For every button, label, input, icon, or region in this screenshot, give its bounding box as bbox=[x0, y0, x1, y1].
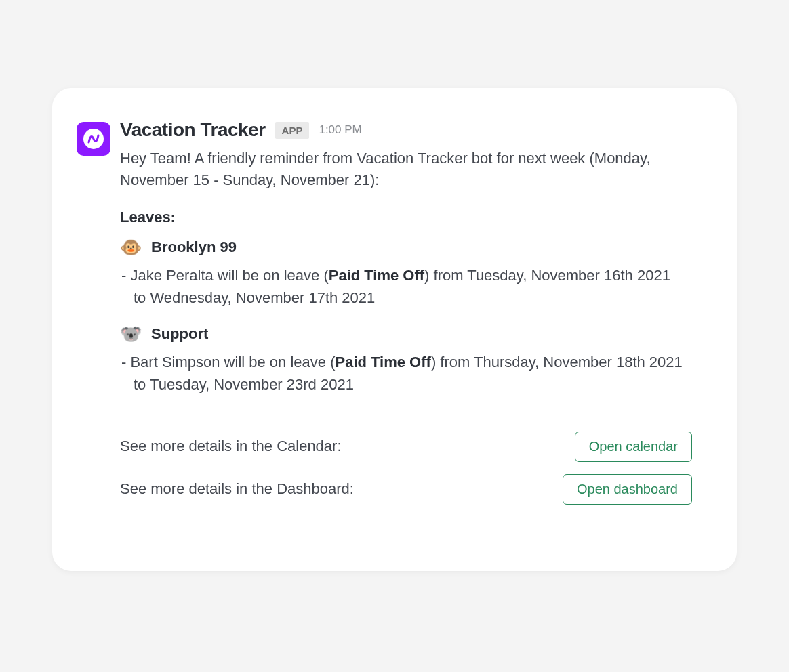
leave-tail: to Wednesday, November 17th 2021 bbox=[121, 287, 692, 309]
app-avatar bbox=[77, 122, 110, 156]
group-header: 🐨 Support bbox=[120, 325, 692, 343]
app-name: Vacation Tracker bbox=[120, 119, 266, 141]
action-row-calendar: See more details in the Calendar: Open c… bbox=[120, 432, 692, 462]
dashboard-label: See more details in the Dashboard: bbox=[120, 480, 354, 498]
intro-message: Hey Team! A friendly reminder from Vacat… bbox=[120, 148, 692, 191]
open-calendar-button[interactable]: Open calendar bbox=[575, 432, 692, 462]
leave-group: 🐵 Brooklyn 99 - Jake Peralta will be on … bbox=[120, 238, 692, 309]
divider bbox=[120, 415, 692, 415]
vacation-tracker-icon bbox=[82, 127, 105, 150]
calendar-label: See more details in the Calendar: bbox=[120, 438, 342, 455]
message-card: Vacation Tracker APP 1:00 PM Hey Team! A… bbox=[52, 88, 737, 571]
group-header: 🐵 Brooklyn 99 bbox=[120, 238, 692, 256]
leave-pre: - Jake Peralta will be on leave ( bbox=[121, 267, 329, 284]
leave-group: 🐨 Support - Bart Simpson will be on leav… bbox=[120, 325, 692, 396]
app-badge: APP bbox=[275, 122, 310, 139]
group-name: Brooklyn 99 bbox=[151, 238, 237, 256]
group-name: Support bbox=[151, 325, 208, 343]
message-header: Vacation Tracker APP 1:00 PM bbox=[120, 119, 692, 141]
leave-type: Paid Time Off bbox=[329, 267, 424, 284]
leave-tail: to Tuesday, November 23rd 2021 bbox=[121, 373, 692, 396]
message-time: 1:00 PM bbox=[319, 123, 361, 137]
leave-item: - Jake Peralta will be on leave (Paid Ti… bbox=[120, 264, 692, 309]
koala-icon: 🐨 bbox=[120, 325, 142, 343]
leave-item: - Bart Simpson will be on leave (Paid Ti… bbox=[120, 351, 692, 396]
open-dashboard-button[interactable]: Open dashboard bbox=[563, 474, 692, 505]
leave-pre: - Bart Simpson will be on leave ( bbox=[121, 354, 335, 371]
leave-type: Paid Time Off bbox=[335, 354, 430, 371]
leave-mid: ) from Thursday, November 18th 2021 bbox=[431, 354, 683, 371]
message-content: Vacation Tracker APP 1:00 PM Hey Team! A… bbox=[120, 119, 692, 517]
monkey-icon: 🐵 bbox=[120, 238, 142, 256]
action-row-dashboard: See more details in the Dashboard: Open … bbox=[120, 474, 692, 505]
leaves-title: Leaves: bbox=[120, 209, 692, 226]
leave-mid: ) from Tuesday, November 16th 2021 bbox=[424, 267, 670, 284]
